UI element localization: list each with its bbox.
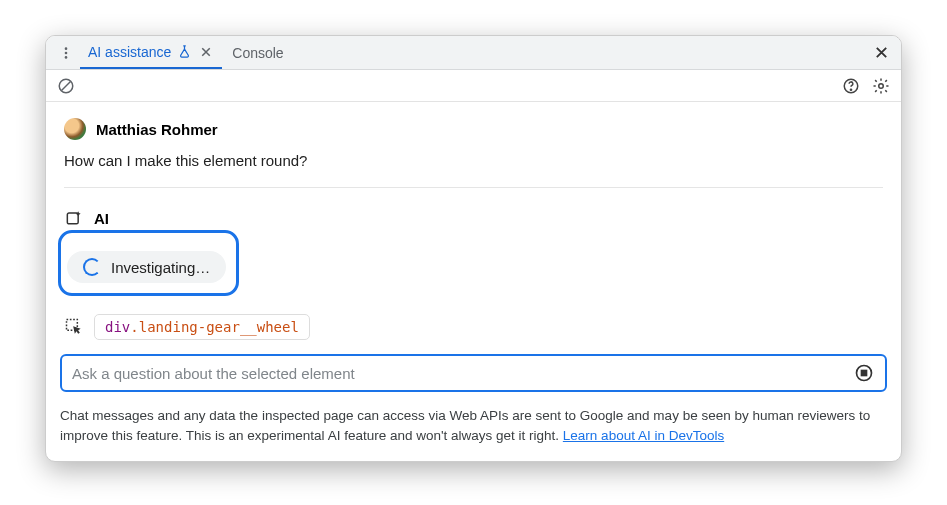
select-element-icon[interactable] [64, 317, 84, 337]
ai-sparkle-icon [64, 208, 84, 228]
toolbar [46, 70, 901, 102]
user-header: Matthias Rohmer [64, 118, 883, 140]
help-icon[interactable] [839, 74, 863, 98]
flask-icon [177, 44, 192, 59]
svg-point-6 [879, 83, 884, 88]
divider [64, 187, 883, 188]
status-text: Investigating… [111, 259, 210, 276]
tab-bar: AI assistance Console [46, 36, 901, 70]
svg-point-0 [65, 47, 68, 50]
tab-ai-assistance[interactable]: AI assistance [80, 36, 222, 69]
svg-rect-10 [862, 371, 867, 376]
close-tab-icon[interactable] [198, 46, 214, 58]
ai-response-block: AI [46, 194, 901, 234]
disclaimer: Chat messages and any data the inspected… [46, 402, 901, 461]
spinner-icon [83, 258, 101, 276]
prompt-input[interactable] [72, 365, 845, 382]
svg-rect-7 [67, 213, 78, 224]
element-tag: div [105, 319, 130, 335]
element-dot: . [130, 319, 138, 335]
ai-label: AI [94, 210, 109, 227]
highlighted-region: Investigating… [58, 230, 239, 296]
selected-element-row: div.landing-gear__wheel [46, 296, 901, 350]
input-row [46, 350, 901, 402]
ai-header: AI [64, 208, 883, 228]
learn-more-link[interactable]: Learn about AI in DevTools [563, 428, 724, 443]
conversation: Matthias Rohmer How can I make this elem… [46, 102, 901, 194]
cancel-icon[interactable] [54, 74, 78, 98]
tab-label: AI assistance [88, 44, 171, 60]
user-name: Matthias Rohmer [96, 121, 218, 138]
element-chip[interactable]: div.landing-gear__wheel [94, 314, 310, 340]
element-class: landing-gear__wheel [139, 319, 299, 335]
svg-point-5 [850, 89, 851, 90]
disclaimer-text: Chat messages and any data the inspected… [60, 408, 870, 443]
devtools-panel: AI assistance Console M [45, 35, 902, 462]
tab-console[interactable]: Console [224, 36, 291, 69]
more-vertical-icon[interactable] [54, 41, 78, 65]
avatar [64, 118, 86, 140]
svg-point-2 [65, 56, 68, 59]
close-panel-icon[interactable] [869, 41, 893, 65]
status-pill: Investigating… [67, 251, 226, 283]
svg-point-1 [65, 51, 68, 54]
gear-icon[interactable] [869, 74, 893, 98]
user-message: How can I make this element round? [64, 152, 883, 169]
stop-button[interactable] [853, 362, 875, 384]
prompt-container [60, 354, 887, 392]
tab-label: Console [232, 45, 283, 61]
